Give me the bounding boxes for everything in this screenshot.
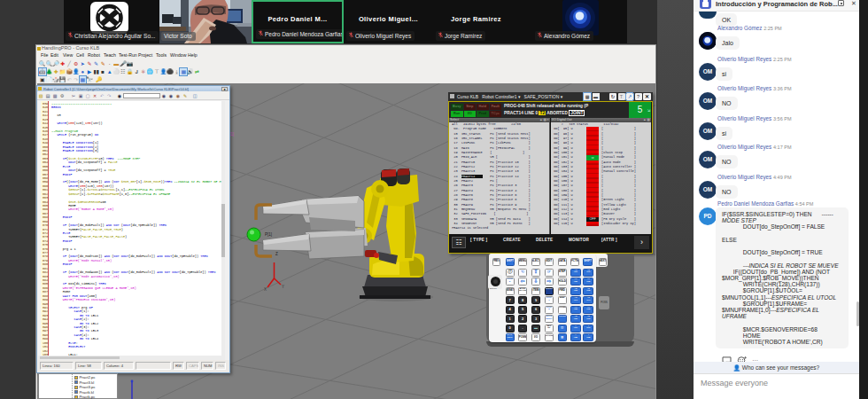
svg-text:P[1]: P[1] — [265, 232, 272, 237]
svg-text:X: X — [264, 287, 267, 292]
svg-text:Y: Y — [282, 285, 284, 289]
svg-text:Z: Z — [275, 252, 278, 256]
